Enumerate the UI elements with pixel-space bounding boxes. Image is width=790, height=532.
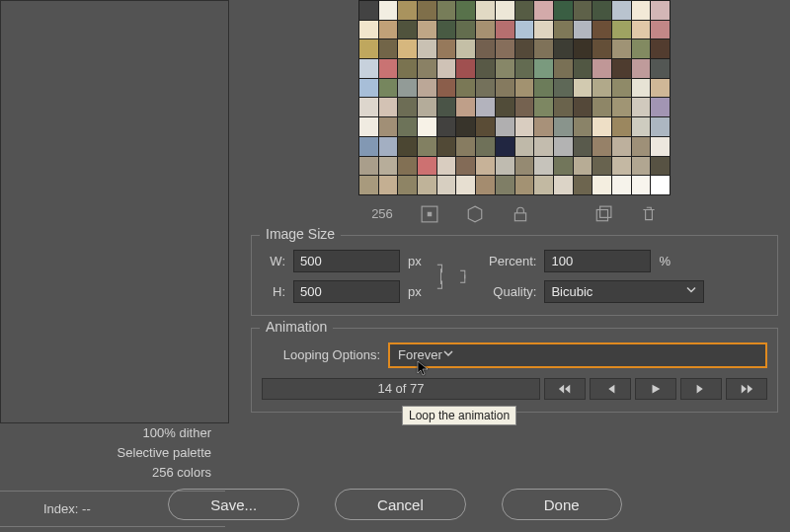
color-swatch[interactable]: [574, 157, 592, 176]
color-swatch[interactable]: [651, 117, 670, 136]
color-swatch[interactable]: [632, 21, 651, 39]
color-swatch[interactable]: [632, 98, 651, 116]
color-swatch[interactable]: [359, 21, 378, 39]
color-swatch[interactable]: [574, 79, 592, 98]
color-swatch[interactable]: [456, 79, 475, 98]
color-swatch[interactable]: [398, 21, 417, 39]
color-swatch[interactable]: [418, 21, 436, 39]
color-swatch[interactable]: [437, 39, 456, 58]
lock-icon[interactable]: [512, 205, 529, 223]
color-swatch[interactable]: [359, 98, 378, 116]
color-swatch[interactable]: [496, 59, 514, 78]
color-swatch[interactable]: [592, 137, 611, 156]
color-swatch[interactable]: [437, 157, 456, 176]
color-swatch[interactable]: [574, 98, 592, 116]
last-frame-button[interactable]: [726, 378, 767, 400]
color-swatch[interactable]: [515, 59, 534, 78]
color-swatch[interactable]: [359, 39, 378, 58]
color-swatch[interactable]: [651, 1, 670, 20]
color-swatch[interactable]: [632, 59, 651, 78]
color-swatch[interactable]: [592, 176, 611, 194]
color-swatch[interactable]: [418, 59, 436, 78]
height-input[interactable]: [293, 280, 400, 303]
looping-select[interactable]: Forever: [388, 342, 767, 368]
color-swatch[interactable]: [379, 21, 398, 39]
color-swatch[interactable]: [379, 157, 398, 176]
color-swatch[interactable]: [496, 21, 514, 39]
color-swatch[interactable]: [379, 79, 398, 98]
color-swatch[interactable]: [456, 117, 475, 136]
color-swatch[interactable]: [456, 1, 475, 20]
color-swatch[interactable]: [632, 176, 651, 194]
color-swatch[interactable]: [534, 39, 553, 58]
color-swatch[interactable]: [592, 157, 611, 176]
color-swatch[interactable]: [418, 157, 436, 176]
color-swatch[interactable]: [651, 98, 670, 116]
color-swatch[interactable]: [418, 1, 436, 20]
color-table-grid[interactable]: [358, 0, 671, 195]
color-swatch[interactable]: [476, 176, 495, 194]
color-swatch[interactable]: [554, 98, 573, 116]
cancel-button[interactable]: Cancel: [335, 489, 466, 520]
color-swatch[interactable]: [612, 157, 631, 176]
color-swatch[interactable]: [534, 59, 553, 78]
color-swatch[interactable]: [398, 117, 417, 136]
color-swatch[interactable]: [612, 1, 631, 20]
color-swatch[interactable]: [476, 157, 495, 176]
color-swatch[interactable]: [456, 59, 475, 78]
color-swatch[interactable]: [515, 39, 534, 58]
cube-icon[interactable]: [466, 205, 484, 223]
done-button[interactable]: Done: [502, 489, 622, 520]
color-swatch[interactable]: [496, 79, 514, 98]
color-swatch[interactable]: [574, 1, 592, 20]
color-swatch[interactable]: [592, 39, 611, 58]
color-swatch[interactable]: [437, 79, 456, 98]
color-swatch[interactable]: [437, 176, 456, 194]
color-swatch[interactable]: [592, 98, 611, 116]
color-swatch[interactable]: [456, 157, 475, 176]
color-swatch[interactable]: [476, 1, 495, 20]
color-swatch[interactable]: [534, 21, 553, 39]
color-swatch[interactable]: [515, 157, 534, 176]
color-swatch[interactable]: [534, 1, 553, 20]
color-swatch[interactable]: [398, 176, 417, 194]
next-frame-button[interactable]: [680, 378, 722, 400]
color-swatch[interactable]: [612, 176, 631, 194]
color-swatch[interactable]: [437, 21, 456, 39]
color-swatch[interactable]: [554, 39, 573, 58]
color-swatch[interactable]: [476, 79, 495, 98]
color-swatch[interactable]: [496, 98, 514, 116]
color-swatch[interactable]: [515, 176, 534, 194]
color-swatch[interactable]: [574, 117, 592, 136]
prev-frame-button[interactable]: [590, 378, 631, 400]
color-swatch[interactable]: [651, 176, 670, 194]
color-swatch[interactable]: [554, 117, 573, 136]
color-swatch[interactable]: [359, 59, 378, 78]
color-swatch[interactable]: [379, 117, 398, 136]
color-swatch[interactable]: [612, 21, 631, 39]
color-swatch[interactable]: [632, 1, 651, 20]
color-swatch[interactable]: [534, 157, 553, 176]
width-input[interactable]: [293, 250, 400, 272]
color-swatch[interactable]: [612, 39, 631, 58]
color-swatch[interactable]: [612, 137, 631, 156]
color-swatch[interactable]: [574, 176, 592, 194]
color-swatch[interactable]: [554, 1, 573, 20]
color-swatch[interactable]: [379, 98, 398, 116]
color-swatch[interactable]: [359, 1, 378, 20]
color-swatch[interactable]: [592, 117, 611, 136]
color-swatch[interactable]: [592, 21, 611, 39]
color-swatch[interactable]: [398, 79, 417, 98]
color-swatch[interactable]: [574, 21, 592, 39]
color-swatch[interactable]: [418, 117, 436, 136]
color-swatch[interactable]: [534, 79, 553, 98]
color-swatch[interactable]: [632, 39, 651, 58]
color-swatch[interactable]: [592, 79, 611, 98]
color-swatch[interactable]: [496, 137, 514, 156]
color-swatch[interactable]: [398, 157, 417, 176]
color-swatch[interactable]: [379, 137, 398, 156]
color-swatch[interactable]: [534, 176, 553, 194]
color-swatch[interactable]: [496, 117, 514, 136]
color-swatch[interactable]: [651, 39, 670, 58]
link-all-icon[interactable]: ┐┘: [456, 250, 473, 303]
